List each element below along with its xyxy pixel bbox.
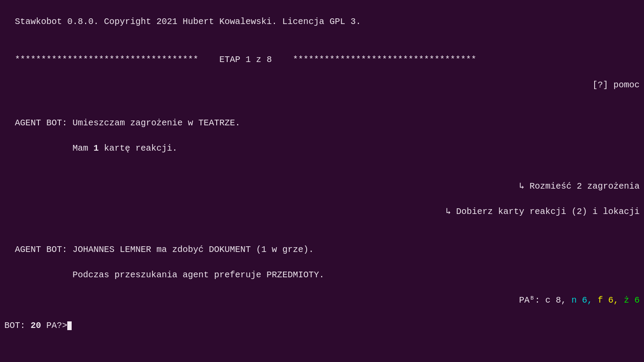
agent-text-2a: Mam [73, 143, 93, 153]
agent-text-2b: 1 [93, 143, 99, 153]
pa-z: ż 6 [624, 295, 640, 305]
stars-right: *********************************** [293, 55, 476, 65]
agent-line-1: AGENT BOT: Umieszczam zagrożenie w TEATR… [4, 104, 640, 129]
stage-separator-line: *********************************** ETAP… [4, 41, 640, 66]
empty-line-2 [4, 91, 640, 104]
help-line: [?] pomoc [4, 66, 640, 91]
agent2-line-1: AGENT BOT: JOHANNES LEMNER ma zdobyć DOK… [4, 231, 640, 256]
stars-left: *********************************** [15, 55, 198, 65]
agent2-prefix-1: AGENT BOT: [15, 245, 73, 255]
empty-line-3 [4, 155, 640, 167]
pa-c: c 8, [545, 295, 571, 305]
agent-text-1: Umieszczam zagrożenie w TEATRZE. [73, 118, 240, 128]
option-1-line: ↳ Rozmieść 2 zagrożenia [4, 167, 640, 193]
title-text: Stawkobot 0.8.0. Copyright 2021 Hubert K… [15, 17, 361, 27]
pa-f: f 6, [598, 295, 624, 305]
pa-prompt: PA?> [41, 321, 67, 331]
pa-n: n 6, [571, 295, 598, 305]
empty-line-1 [4, 28, 640, 41]
agent-indent-2 [15, 143, 73, 153]
empty-line-5 [4, 307, 640, 319]
title-line: Stawkobot 0.8.0. Copyright 2021 Hubert K… [4, 3, 640, 28]
agent2-text-2: Podczas przeszukania agent preferuje PRZ… [73, 270, 324, 280]
agent-prefix-1: AGENT BOT: [15, 118, 73, 128]
agent-text-2c: kartę reakcji. [99, 143, 177, 153]
cursor [67, 321, 72, 330]
empty-line-4 [4, 218, 640, 231]
option-1-text: ↳ Rozmieść 2 zagrożenia [519, 181, 640, 191]
option-2-line: ↳ Dobierz karty reakcji (2) i lokacji [4, 193, 640, 218]
agent2-line-2: Podczas przeszukania agent preferuje PRZ… [4, 256, 640, 281]
bot-label: BOT: [4, 321, 31, 331]
agent-line-2: Mam 1 kartę reakcji. [4, 129, 640, 155]
help-link[interactable]: [?] pomoc [592, 80, 640, 90]
etap-label: ETAP 1 z 8 [198, 55, 293, 65]
pa-line: PAᴮ: c 8, n 6, f 6, ż 6 [4, 281, 640, 307]
pa-label: PAᴮ: [519, 295, 545, 305]
option-2-text: ↳ Dobierz karty reakcji (2) i lokacji [446, 207, 640, 217]
input-prefix-text: BOT: 20 PA?> [4, 319, 67, 332]
agent2-indent [15, 270, 73, 280]
agent2-text-1: JOHANNES LEMNER ma zdobyć DOKUMENT (1 w … [73, 245, 314, 255]
pa-value: 20 [31, 321, 41, 331]
input-line: BOT: 20 PA?> [4, 319, 640, 332]
